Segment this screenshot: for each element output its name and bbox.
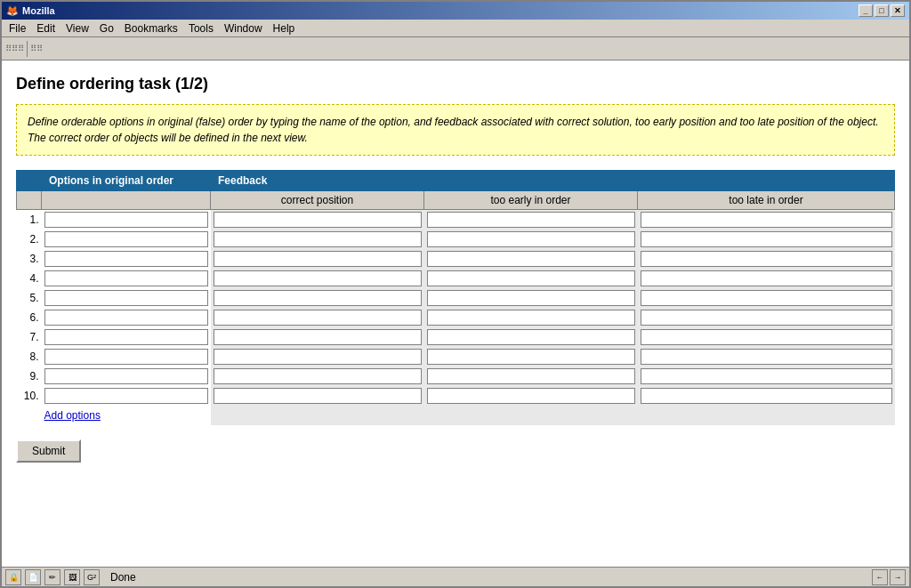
input-option-8[interactable] [44,349,208,365]
input-correct-4[interactable] [214,270,422,286]
add-options-row: Add options [17,406,895,425]
status-bar: 🔒 📄 ✏ 🖼 G² Done ← → [2,567,909,586]
input-late-10[interactable] [641,388,892,404]
cell-option-9 [42,366,211,386]
status-icon-3[interactable]: ✏ [44,569,60,585]
cell-correct-4 [211,269,424,288]
input-correct-10[interactable] [214,388,422,404]
menu-help[interactable]: Help [268,20,301,36]
cell-option-2 [42,230,211,249]
table-row: 8. [17,347,895,366]
menu-file[interactable]: File [4,20,31,36]
close-button[interactable]: ✕ [891,4,905,17]
input-late-7[interactable] [641,329,892,345]
add-options-num-cell [17,406,42,425]
input-early-3[interactable] [427,251,635,267]
input-late-2[interactable] [641,231,892,247]
input-option-2[interactable] [44,231,208,247]
input-early-6[interactable] [427,310,635,326]
cell-late-7 [638,327,895,347]
cell-correct-1 [211,210,424,230]
input-late-6[interactable] [641,310,892,326]
table-row: 9. [17,366,895,386]
table-row: 4. [17,269,895,288]
input-late-1[interactable] [641,212,892,228]
add-options-late-cell [638,406,895,425]
input-early-4[interactable] [427,270,635,286]
submit-button[interactable]: Submit [16,439,81,463]
input-late-9[interactable] [641,368,892,384]
status-icon-4[interactable]: 🖼 [64,569,80,585]
input-option-5[interactable] [44,290,208,306]
input-early-7[interactable] [427,329,635,345]
input-early-9[interactable] [427,368,635,384]
row-num-4: 4. [17,269,42,288]
cell-correct-9 [211,366,424,386]
cell-early-10 [424,386,638,406]
input-correct-7[interactable] [214,329,422,345]
cell-early-1 [424,210,638,230]
th-sub-empty [17,191,42,210]
row-num-10: 10. [17,386,42,406]
input-option-4[interactable] [44,270,208,286]
input-early-10[interactable] [427,388,635,404]
submit-area: Submit [16,425,895,470]
cell-correct-2 [211,230,424,249]
cell-option-1 [42,210,211,230]
menu-go[interactable]: Go [94,20,119,36]
status-text: Done [110,571,136,584]
cell-late-1 [638,210,895,230]
input-late-4[interactable] [641,270,892,286]
status-icon-right-2[interactable]: → [890,569,906,585]
status-icons: 🔒 📄 ✏ 🖼 G² [5,569,100,585]
input-early-2[interactable] [427,231,635,247]
input-option-6[interactable] [44,310,208,326]
input-option-9[interactable] [44,368,208,384]
menu-bookmarks[interactable]: Bookmarks [119,20,183,36]
status-icon-right-1[interactable]: ← [872,569,888,585]
status-icon-1[interactable]: 🔒 [5,569,21,585]
input-early-8[interactable] [427,349,635,365]
menu-view[interactable]: View [60,20,94,36]
cell-correct-7 [211,327,424,347]
cell-late-2 [638,230,895,249]
input-option-7[interactable] [44,329,208,345]
table-row: 2. [17,230,895,249]
maximize-button[interactable]: □ [875,4,889,17]
title-bar-left: 🦊 Mozilla [6,5,55,17]
input-option-1[interactable] [44,212,208,228]
input-option-3[interactable] [44,251,208,267]
status-right: ← → [872,569,906,585]
th-correct-pos: correct position [211,191,424,210]
status-icon-5[interactable]: G² [84,569,100,585]
cell-late-6 [638,308,895,327]
menu-tools[interactable]: Tools [183,20,219,36]
input-late-5[interactable] [641,290,892,306]
input-correct-2[interactable] [214,231,422,247]
input-option-10[interactable] [44,388,208,404]
add-options-early-cell [424,406,638,425]
toolbar-grip: ⠿⠿⠿ [5,44,24,53]
th-feedback: Feedback [211,171,895,191]
th-empty [17,171,42,191]
input-correct-1[interactable] [214,212,422,228]
input-correct-3[interactable] [214,251,422,267]
input-early-1[interactable] [427,212,635,228]
minimize-button[interactable]: _ [859,4,873,17]
input-late-8[interactable] [641,349,892,365]
add-options-link[interactable]: Add options [44,409,101,422]
menu-window[interactable]: Window [219,20,268,36]
input-correct-9[interactable] [214,368,422,384]
menu-edit[interactable]: Edit [31,20,60,36]
input-correct-6[interactable] [214,310,422,326]
input-late-3[interactable] [641,251,892,267]
input-correct-5[interactable] [214,290,422,306]
input-early-5[interactable] [427,290,635,306]
add-options-cell: Add options [42,406,211,425]
th-sub-options [42,191,211,210]
cell-late-5 [638,288,895,308]
row-num-9: 9. [17,366,42,386]
cell-early-5 [424,288,638,308]
input-correct-8[interactable] [214,349,422,365]
status-icon-2[interactable]: 📄 [25,569,41,585]
